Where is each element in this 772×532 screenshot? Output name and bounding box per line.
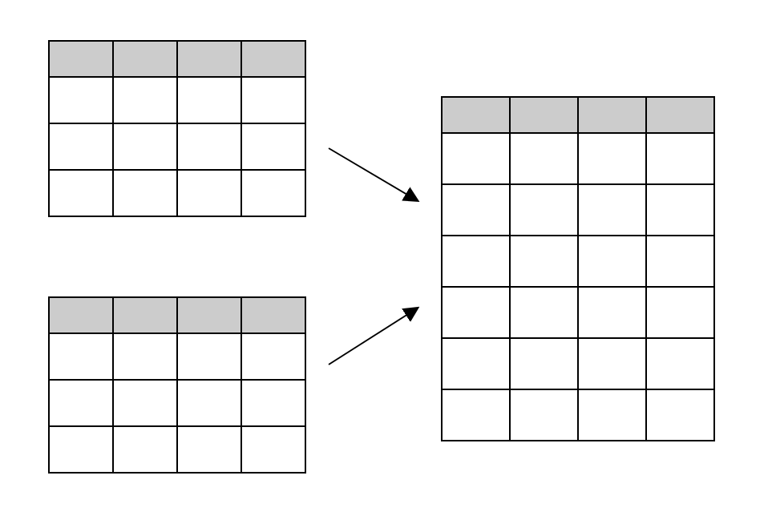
arrow-bottom-icon [321, 296, 433, 377]
svg-line-3 [329, 308, 417, 365]
table-cell [113, 123, 177, 170]
table-cell [49, 77, 113, 123]
table-cell [442, 338, 510, 389]
table-header-row [49, 41, 305, 77]
table-cell [578, 389, 646, 441]
table-cell [113, 426, 177, 473]
table-cell [241, 426, 305, 473]
header-cell [49, 41, 113, 77]
table-header-row [49, 297, 305, 333]
table-cell [646, 287, 714, 338]
table-cell [578, 287, 646, 338]
table-cell [113, 77, 177, 123]
table-cell [241, 170, 305, 216]
arrow-top-icon [321, 140, 433, 220]
destination-table [441, 96, 715, 441]
table-row [49, 170, 305, 216]
table-cell [241, 380, 305, 426]
table-row [442, 184, 714, 236]
table-cell [510, 287, 578, 338]
table-cell [49, 123, 113, 170]
source-table-bottom [48, 296, 306, 474]
table-cell [510, 236, 578, 287]
table-cell [241, 77, 305, 123]
table-cell [578, 236, 646, 287]
table-cell [49, 170, 113, 216]
header-cell [510, 97, 578, 133]
table-row [49, 380, 305, 426]
header-cell [113, 41, 177, 77]
table-row [442, 389, 714, 441]
table-row [49, 426, 305, 473]
table-row [442, 133, 714, 184]
table-row [442, 287, 714, 338]
svg-line-1 [329, 148, 417, 200]
table-cell [646, 236, 714, 287]
header-cell [646, 97, 714, 133]
table-cell [177, 333, 241, 380]
table-cell [113, 170, 177, 216]
table-cell [241, 333, 305, 380]
table-cell [578, 133, 646, 184]
source-table-top [48, 40, 306, 217]
header-cell [241, 297, 305, 333]
table-cell [510, 133, 578, 184]
header-cell [49, 297, 113, 333]
table-cell [177, 77, 241, 123]
table-header-row [442, 97, 714, 133]
table-cell [510, 338, 578, 389]
header-cell [177, 297, 241, 333]
table-row [49, 333, 305, 380]
table-cell [177, 426, 241, 473]
table-cell [646, 389, 714, 441]
header-cell [113, 297, 177, 333]
table-cell [177, 380, 241, 426]
table-row [49, 123, 305, 170]
table-cell [49, 333, 113, 380]
table-cell [177, 170, 241, 216]
table-cell [241, 123, 305, 170]
table-cell [442, 389, 510, 441]
table-cell [578, 338, 646, 389]
header-cell [177, 41, 241, 77]
table-cell [442, 133, 510, 184]
header-cell [442, 97, 510, 133]
header-cell [241, 41, 305, 77]
table-cell [646, 338, 714, 389]
table-cell [442, 184, 510, 236]
table-cell [177, 123, 241, 170]
table-row [442, 338, 714, 389]
table-cell [510, 389, 578, 441]
table-row [442, 236, 714, 287]
header-cell [578, 97, 646, 133]
table-cell [646, 133, 714, 184]
table-cell [49, 426, 113, 473]
table-cell [646, 184, 714, 236]
table-cell [578, 184, 646, 236]
table-cell [442, 287, 510, 338]
table-cell [442, 236, 510, 287]
table-cell [113, 380, 177, 426]
table-cell [510, 184, 578, 236]
table-cell [113, 333, 177, 380]
table-row [49, 77, 305, 123]
table-cell [49, 380, 113, 426]
